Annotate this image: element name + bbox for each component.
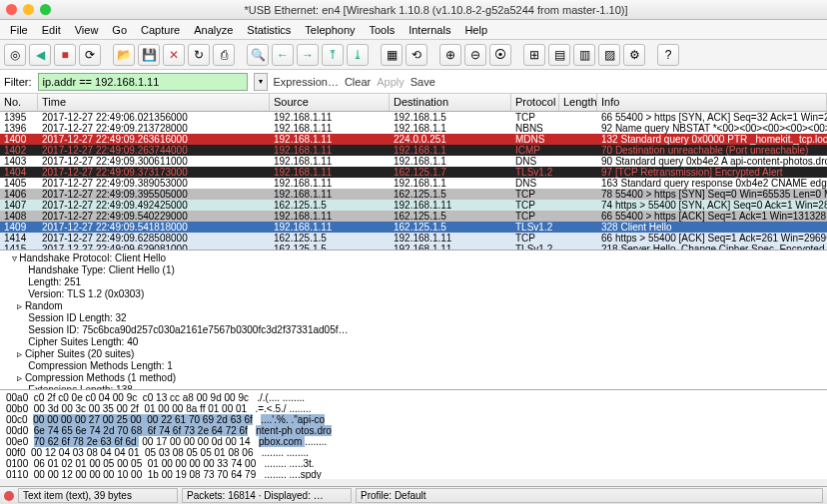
- hex-row[interactable]: 00c0 00 00 00 00 27 00 25 00 00 22 61 70…: [6, 414, 821, 425]
- col-protocol[interactable]: Protocol: [511, 94, 559, 111]
- go-back-icon[interactable]: ←: [272, 44, 294, 66]
- tree-item[interactable]: ▹ Random: [6, 300, 821, 312]
- table-row[interactable]: 14052017-12-27 22:49:09.389053000192.168…: [0, 178, 827, 189]
- table-row[interactable]: 14022017-12-27 22:49:09.263744000192.168…: [0, 145, 827, 156]
- hex-row[interactable]: 0100 06 01 02 01 00 05 00 05 01 00 00 00…: [6, 458, 821, 469]
- hex-row[interactable]: 00b0 00 3d 00 3c 00 35 00 2f 01 00 00 8a…: [6, 403, 821, 414]
- go-to-packet-icon[interactable]: ⤒: [322, 44, 344, 66]
- packet-details[interactable]: ▿ Handshake Protocol: Client Hello Hands…: [0, 250, 827, 389]
- close-file-icon[interactable]: ✕: [163, 44, 185, 66]
- menu-edit[interactable]: Edit: [36, 22, 67, 38]
- status-text: Text item (text), 39 bytes: [18, 488, 178, 503]
- menu-go[interactable]: Go: [106, 22, 133, 38]
- zoom-icon[interactable]: [40, 4, 51, 15]
- col-length[interactable]: Length: [559, 94, 597, 111]
- hex-row[interactable]: 0110 00 00 12 00 00 00 10 00 1b 00 19 08…: [6, 469, 821, 479]
- menu-telephony[interactable]: Telephony: [299, 22, 361, 38]
- window-title: *USB Ethernet: en4 [Wireshark 1.10.8 (v1…: [51, 4, 821, 16]
- table-row[interactable]: 14092017-12-27 22:49:09.541818000192.168…: [0, 222, 827, 233]
- packet-bytes[interactable]: 00a0 c0 2f c0 0e c0 04 00 9c c0 13 cc a8…: [0, 389, 827, 479]
- col-no[interactable]: No.: [0, 94, 38, 111]
- go-first-icon[interactable]: ⤓: [347, 44, 369, 66]
- status-packets: Packets: 16814 · Displayed: …: [182, 488, 352, 503]
- filter-input[interactable]: [38, 73, 248, 91]
- toolbar: ◎ ◀ ■ ⟳ 📂 💾 ✕ ↻ ⎙ 🔍 ← → ⤒ ⤓ ▦ ⟲ ⊕ ⊖ ⦿ ⊞ …: [0, 40, 827, 70]
- go-forward-icon[interactable]: →: [297, 44, 319, 66]
- display-filters-icon[interactable]: ▥: [573, 44, 595, 66]
- expert-info-icon[interactable]: [4, 491, 14, 501]
- hex-row[interactable]: 00e0 70 62 6f 78 2e 63 6f 6d 00 17 00 00…: [6, 436, 821, 447]
- help-button-icon[interactable]: ?: [657, 44, 679, 66]
- close-icon[interactable]: [6, 4, 17, 15]
- table-row[interactable]: 14002017-12-27 22:49:09.263616000192.168…: [0, 134, 827, 145]
- tree-item[interactable]: ▿ Handshake Protocol: Client Hello: [6, 252, 821, 264]
- tree-item[interactable]: Handshake Type: Client Hello (1): [6, 264, 821, 276]
- filter-label: Filter:: [4, 76, 32, 88]
- hex-row[interactable]: 00a0 c0 2f c0 0e c0 04 00 9c c0 13 cc a8…: [6, 392, 821, 403]
- table-row[interactable]: 13962017-12-27 22:49:09.213728000192.168…: [0, 123, 827, 134]
- tree-item[interactable]: Session ID Length: 32: [6, 312, 821, 324]
- col-source[interactable]: Source: [270, 94, 390, 111]
- coloring-rules-icon[interactable]: ▨: [598, 44, 620, 66]
- col-time[interactable]: Time: [38, 94, 270, 111]
- resize-columns-icon[interactable]: ⊞: [523, 44, 545, 66]
- menu-tools[interactable]: Tools: [364, 22, 402, 38]
- menu-file[interactable]: File: [4, 22, 34, 38]
- stop-capture-icon[interactable]: ■: [54, 44, 76, 66]
- status-profile[interactable]: Profile: Default: [356, 488, 823, 503]
- tree-item[interactable]: Session ID: 75c6bca90d257c030a2161e7567b…: [6, 324, 821, 336]
- tree-item[interactable]: ▹ Cipher Suites (20 suites): [6, 348, 821, 360]
- capture-filters-icon[interactable]: ▤: [548, 44, 570, 66]
- filter-bar: Filter: ▾ Expression… Clear Apply Save: [0, 70, 827, 94]
- window-controls: [6, 4, 51, 15]
- tree-item[interactable]: Length: 251: [6, 276, 821, 288]
- menu-internals[interactable]: Internals: [403, 22, 456, 38]
- col-info[interactable]: Info: [597, 94, 827, 111]
- menu-view[interactable]: View: [69, 22, 105, 38]
- start-capture-icon[interactable]: ◀: [29, 44, 51, 66]
- table-row[interactable]: 13952017-12-27 22:49:06.021356000192.168…: [0, 112, 827, 123]
- table-row[interactable]: 14062017-12-27 22:49:09.395505000192.168…: [0, 189, 827, 200]
- auto-scroll-icon[interactable]: ⟲: [406, 44, 427, 66]
- menu-analyze[interactable]: Analyze: [188, 22, 239, 38]
- table-row[interactable]: 14042017-12-27 22:49:09.373173000192.168…: [0, 167, 827, 178]
- menu-statistics[interactable]: Statistics: [241, 22, 297, 38]
- packet-list-header: No. Time Source Destination Protocol Len…: [0, 94, 827, 112]
- minimize-icon[interactable]: [23, 4, 34, 15]
- menubar: File Edit View Go Capture Analyze Statis…: [0, 20, 827, 40]
- print-icon[interactable]: ⎙: [213, 44, 235, 66]
- filter-dropdown-icon[interactable]: ▾: [254, 73, 268, 91]
- reload-icon[interactable]: ↻: [188, 44, 210, 66]
- menu-help[interactable]: Help: [458, 22, 493, 38]
- find-icon[interactable]: 🔍: [247, 44, 269, 66]
- filter-expression-button[interactable]: Expression…: [274, 76, 339, 88]
- colorize-icon[interactable]: ▦: [381, 44, 403, 66]
- table-row[interactable]: 14032017-12-27 22:49:09.300611000192.168…: [0, 156, 827, 167]
- table-row[interactable]: 14142017-12-27 22:49:09.628508000162.125…: [0, 233, 827, 244]
- filter-apply-button[interactable]: Apply: [377, 76, 405, 88]
- preferences-icon[interactable]: ⚙: [623, 44, 645, 66]
- table-row[interactable]: 14152017-12-27 22:49:09.629081000162.125…: [0, 244, 827, 250]
- titlebar: *USB Ethernet: en4 [Wireshark 1.10.8 (v1…: [0, 0, 827, 20]
- save-icon[interactable]: 💾: [138, 44, 160, 66]
- menu-capture[interactable]: Capture: [135, 22, 186, 38]
- filter-save-button[interactable]: Save: [411, 76, 435, 88]
- hex-row[interactable]: 00f0 00 12 04 03 08 04 04 01 05 03 08 05…: [6, 447, 821, 458]
- col-destination[interactable]: Destination: [390, 94, 511, 111]
- table-row[interactable]: 14082017-12-27 22:49:09.540229000192.168…: [0, 211, 827, 222]
- zoom-out-icon[interactable]: ⊖: [464, 44, 486, 66]
- restart-capture-icon[interactable]: ⟳: [79, 44, 101, 66]
- hex-row[interactable]: 00d0 6e 74 65 6e 74 2d 70 68 6f 74 6f 73…: [6, 425, 821, 436]
- status-bar: Text item (text), 39 bytes Packets: 1681…: [0, 486, 827, 504]
- tree-item[interactable]: Cipher Suites Length: 40: [6, 336, 821, 348]
- tree-item[interactable]: Compression Methods Length: 1: [6, 360, 821, 372]
- packet-list[interactable]: 13952017-12-27 22:49:06.021356000192.168…: [0, 112, 827, 250]
- interfaces-icon[interactable]: ◎: [4, 44, 26, 66]
- table-row[interactable]: 14072017-12-27 22:49:09.492425000162.125…: [0, 200, 827, 211]
- filter-clear-button[interactable]: Clear: [345, 76, 371, 88]
- tree-item[interactable]: ▹ Compression Methods (1 method): [6, 372, 821, 384]
- zoom-reset-icon[interactable]: ⦿: [489, 44, 511, 66]
- open-icon[interactable]: 📂: [113, 44, 135, 66]
- zoom-in-icon[interactable]: ⊕: [439, 44, 461, 66]
- tree-item[interactable]: Version: TLS 1.2 (0x0303): [6, 288, 821, 300]
